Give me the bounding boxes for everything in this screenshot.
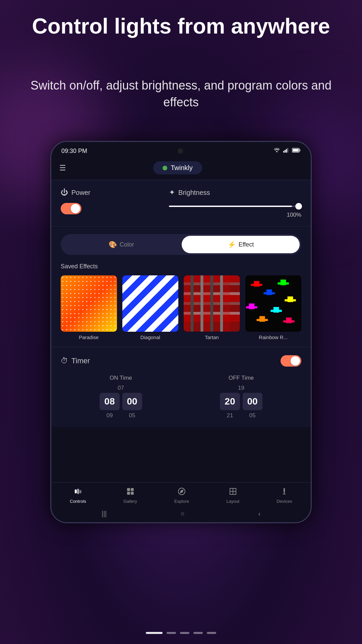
on-time-title: ON Time [67,375,175,381]
off-time-hour[interactable]: 20 [220,393,240,410]
menu-icon[interactable]: ☰ [59,164,66,172]
on-time-hour-below: 09 [100,412,119,419]
off-time-hour-pair: 20 21 [220,393,240,419]
brightness-slider-track[interactable] [169,206,301,207]
svg-rect-47 [79,490,81,493]
brightness-text: Brightness [178,189,210,197]
brightness-col: ✦ Brightness 100% [169,188,301,218]
wifi-icon [273,148,281,154]
gesture-home-icon[interactable]: ○ [180,510,184,518]
color-tab[interactable]: 🎨 Color [62,236,180,253]
effect-tartan[interactable]: Tartan [184,275,240,340]
layout-label: Layout [226,499,239,504]
brand-pill[interactable]: Twinkly [153,161,202,174]
svg-rect-38 [246,306,257,308]
bottom-nav: Controls Gallery [51,482,311,507]
svg-rect-24 [213,275,220,332]
brightness-icon: ✦ [169,188,175,197]
devices-label: Devices [277,499,292,504]
gallery-label: Gallery [123,499,137,504]
svg-rect-56 [284,488,285,493]
power-icon: ⏻ [61,188,68,197]
brightness-slider-container: 100% [169,203,301,218]
power-toggle-thumb [71,204,80,213]
nav-items: Controls Gallery [51,486,311,505]
off-time-hour-above: 19 [187,385,295,391]
explore-icon [178,487,186,497]
effect-rainbow[interactable]: Rainbow R... [245,275,302,340]
toggle-tabs: 🎨 Color ⚡ Effect [61,234,301,255]
effect-tab[interactable]: ⚡ Effect [182,236,300,253]
off-time-min-pair: 00 05 [243,393,262,419]
nav-controls[interactable]: Controls [67,486,89,505]
phone-screen: 09:30 PM [51,142,311,522]
timer-label: ⏱ Timer [61,357,90,365]
nav-layout[interactable]: Layout [223,486,243,505]
svg-rect-21 [200,275,203,332]
nav-gallery[interactable]: Gallery [120,486,140,505]
gallery-icon [126,487,134,497]
page-dot-1[interactable] [146,632,163,634]
effect-rainbow-name: Rainbow R... [245,334,302,340]
status-time: 09:30 PM [61,148,87,155]
page-dot-5[interactable] [207,632,216,634]
top-nav: ☰ Twinkly [51,158,311,179]
timer-section: ⏱ Timer ON Time 07 08 09 [51,347,311,427]
effect-tartan-name: Tartan [184,334,240,340]
off-time-min-below: 05 [243,412,262,419]
svg-rect-27 [230,275,240,332]
effect-paradise[interactable]: Paradise [61,275,117,340]
off-time-min[interactable]: 00 [243,393,262,410]
on-time-hour[interactable]: 08 [100,393,119,410]
on-time-hour-above: 07 [67,385,175,391]
controls-label: Controls [70,499,86,504]
power-text: Power [71,189,90,197]
power-label: ⏻ Power [61,188,169,197]
svg-rect-42 [256,319,268,321]
svg-rect-51 [131,492,134,495]
svg-rect-48 [127,488,130,491]
effect-diagonal[interactable]: Diagonal [122,275,179,340]
svg-rect-46 [77,489,79,494]
on-time-min[interactable]: 00 [122,393,142,410]
effect-tab-label: Effect [239,241,254,248]
page-dots [0,632,362,634]
nav-devices[interactable]: Devices [273,486,295,505]
brightness-slider-thumb[interactable] [295,203,302,210]
gesture-back-icon[interactable]: ‹ [258,510,260,518]
svg-rect-44 [283,320,295,322]
page-dot-3[interactable] [180,632,189,634]
svg-rect-40 [270,310,282,312]
brand-name: Twinkly [171,164,193,172]
saved-effects-section: Saved Effects Paradise [51,262,311,347]
hero-subtitle: Switch on/off, adjust brightness, and pr… [0,77,362,111]
status-icons [273,148,301,154]
effects-grid: Paradise Diagonal [61,275,301,340]
page-dot-4[interactable] [193,632,203,634]
on-time-col: ON Time 07 08 09 00 05 [67,375,175,419]
svg-rect-30 [251,284,262,286]
svg-rect-3 [287,148,288,153]
timer-icon: ⏱ [61,357,68,365]
mode-toggle-section: 🎨 Color ⚡ Effect [51,227,311,262]
battery-icon [292,148,301,154]
saved-effects-title: Saved Effects [61,263,301,270]
timer-toggle[interactable] [281,355,301,367]
on-time-min-below: 05 [122,412,142,419]
nav-explore[interactable]: Explore [171,486,192,505]
svg-rect-36 [285,299,296,301]
effect-diagonal-name: Diagonal [122,334,179,340]
svg-marker-53 [180,490,183,493]
effect-icon: ⚡ [228,240,236,249]
off-time-hour-below: 21 [220,412,240,419]
off-time-col: OFF Time 19 20 21 00 05 [187,375,295,419]
power-toggle[interactable] [61,203,81,214]
controls-icon [74,487,82,497]
svg-rect-26 [223,275,230,332]
off-time-digits: 20 21 00 05 [187,393,295,419]
svg-rect-19 [191,275,193,332]
page-dot-2[interactable] [167,632,176,634]
svg-rect-1 [285,150,286,153]
svg-rect-5 [299,149,300,151]
devices-icon [280,487,288,497]
